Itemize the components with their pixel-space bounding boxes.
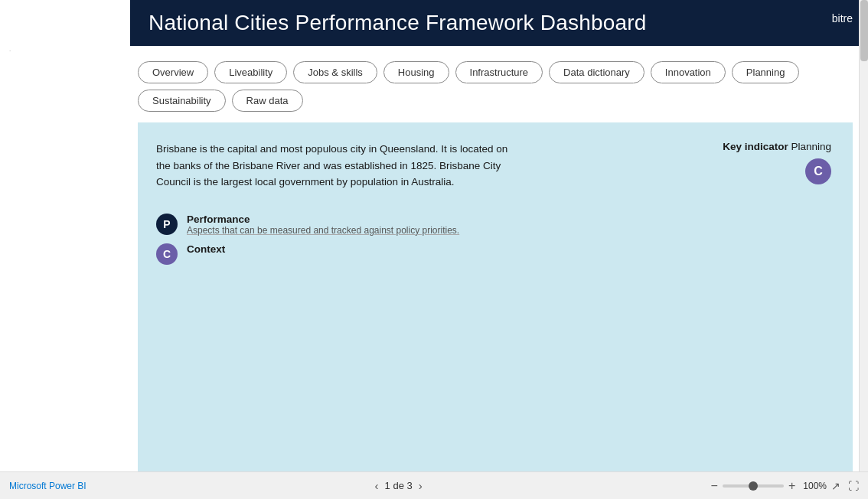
bottom-bar: Microsoft Power BI ‹ 1 de 3 › − + 100% ↗…: [0, 471, 868, 499]
content-panel: Overview Liveability Jobs & skills Housi…: [130, 46, 868, 471]
context-title: Context: [187, 243, 225, 255]
city-description: Brisbane is the capital and most populou…: [156, 141, 524, 191]
brand-name: bitre: [832, 12, 853, 24]
external-link-icon[interactable]: ↗: [831, 480, 840, 492]
dashboard-title: National Cities Performance Framework Da…: [148, 11, 647, 35]
nav-btn-housing[interactable]: Housing: [383, 61, 449, 83]
pagination-text: 1 de 3: [385, 480, 413, 491]
app-container: National Cities Performance Framework Da…: [0, 0, 868, 499]
header: National Cities Performance Framework Da…: [130, 0, 868, 46]
nav-btn-infrastructure[interactable]: Infrastructure: [455, 61, 543, 83]
fullscreen-icon[interactable]: ⛶: [848, 480, 859, 492]
context-badge: C: [156, 243, 178, 265]
nav-btn-data-dictionary[interactable]: Data dictionary: [549, 61, 644, 83]
key-indicator-badge: C: [805, 158, 831, 184]
prev-page-button[interactable]: ‹: [375, 479, 379, 492]
nav-btn-innovation[interactable]: Innovation: [651, 61, 726, 83]
scrollbar-track[interactable]: [859, 0, 868, 471]
legend-area: P Performance Aspects that can be measur…: [156, 214, 831, 265]
context-text-block: Context: [187, 243, 225, 255]
nav-btn-jobs-skills[interactable]: Jobs & skills: [293, 61, 377, 83]
pagination-area: ‹ 1 de 3 ›: [375, 479, 423, 492]
zoom-slider[interactable]: [723, 484, 784, 488]
scrollbar-thumb[interactable]: [860, 0, 868, 61]
zoom-value: 100%: [803, 481, 827, 491]
performance-badge: P: [156, 214, 178, 235]
performance-description: Aspects that can be measured and tracked…: [187, 225, 459, 236]
dot-separator: ·: [9, 47, 130, 54]
key-indicator-label: Key indicator Planning: [723, 141, 831, 152]
performance-text-block: Performance Aspects that can be measured…: [187, 214, 459, 236]
main-content: · Overview Liveability Jobs & skills Hou…: [0, 46, 868, 471]
legend-item-context: C Context: [156, 243, 831, 265]
performance-title: Performance: [187, 214, 459, 225]
legend-item-performance: P Performance Aspects that can be measur…: [156, 214, 831, 236]
key-indicator-strong: Key indicator: [723, 141, 788, 152]
zoom-slider-thumb: [749, 481, 758, 491]
info-panel: Brisbane is the capital and most populou…: [138, 122, 853, 471]
powerbi-link[interactable]: Microsoft Power BI: [9, 481, 86, 491]
key-indicator-area: Key indicator Planning C: [723, 141, 831, 191]
info-panel-top: Brisbane is the capital and most populou…: [156, 141, 831, 191]
next-page-button[interactable]: ›: [419, 479, 423, 492]
nav-btn-liveability[interactable]: Liveability: [214, 61, 287, 83]
nav-btn-sustainability[interactable]: Sustainability: [138, 90, 226, 112]
nav-btn-planning[interactable]: Planning: [732, 61, 800, 83]
key-indicator-text: Planning: [788, 141, 831, 152]
zoom-area: − + 100% ↗ ⛶: [711, 479, 859, 493]
bottom-right-icons: ↗ ⛶: [831, 480, 859, 492]
zoom-plus-button[interactable]: +: [788, 479, 795, 493]
nav-btn-raw-data[interactable]: Raw data: [232, 90, 303, 112]
nav-buttons-container: Overview Liveability Jobs & skills Housi…: [130, 54, 868, 119]
left-sidebar: ·: [0, 46, 130, 471]
zoom-minus-button[interactable]: −: [711, 479, 718, 493]
nav-btn-overview[interactable]: Overview: [138, 61, 208, 83]
